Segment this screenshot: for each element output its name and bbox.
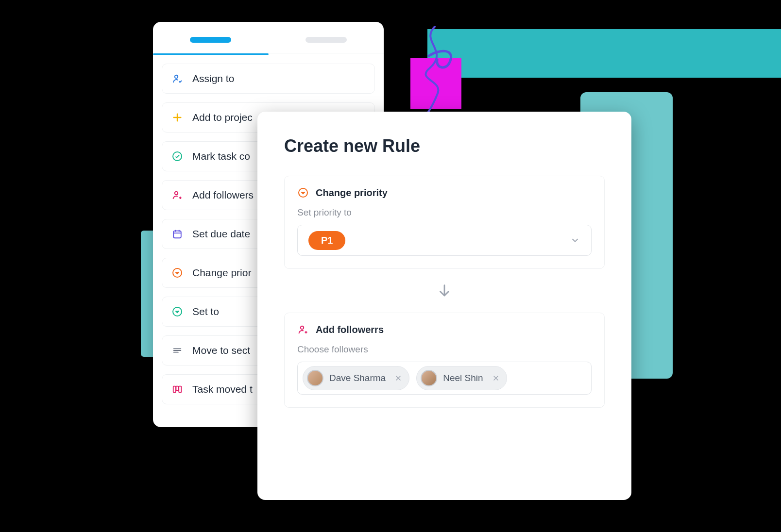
follower-chip[interactable]: Dave Sharma [303,366,409,390]
svg-rect-7 [176,386,178,391]
columns-icon [171,383,184,396]
follower-chip[interactable]: Neel Shin [416,366,507,390]
tab-underline [153,53,269,55]
rule-block-priority: Change priority Set priority to P1 [284,176,605,269]
plus-icon [171,111,184,124]
svg-rect-8 [179,386,181,393]
close-icon[interactable] [391,374,402,382]
svg-rect-3 [173,231,181,238]
action-label: Set to [192,306,219,317]
priority-down-icon [171,266,184,279]
action-label: Add to projec [192,112,253,123]
action-label: Assign to [192,73,234,84]
priority-value-pill: P1 [308,231,345,250]
priority-subtitle: Set priority to [297,207,592,218]
action-label: Move to sect [192,345,250,356]
svg-point-10 [301,326,304,329]
action-label: Mark task co [192,150,250,162]
action-label: Change prior [192,267,251,279]
user-plus-icon [171,189,184,201]
user-plus-icon [297,324,309,335]
check-circle-icon [171,150,184,163]
create-rule-panel: Create new Rule Change priority Set prio… [257,112,631,500]
svg-point-0 [175,75,178,78]
followers-input[interactable]: Dave Sharma Neel Shin [297,362,592,395]
svg-point-2 [175,192,178,195]
tab-inactive[interactable] [306,37,347,43]
followers-subtitle: Choose followers [297,344,592,355]
decoration-cyan-bar [427,29,781,78]
priority-down-icon [297,187,309,199]
user-check-icon [171,72,184,85]
lines-icon [171,344,184,357]
close-icon[interactable] [489,374,500,382]
calendar-icon [171,228,184,240]
action-label: Task moved t [192,383,253,395]
priority-select[interactable]: P1 [297,225,592,256]
actions-tabs [153,27,384,53]
action-label: Add followers [192,189,254,201]
page-title: Create new Rule [284,136,605,156]
chevron-down-icon [570,235,580,246]
tab-active[interactable] [190,37,231,43]
svg-point-1 [173,152,182,161]
arrow-down-icon [284,283,605,299]
set-to-icon [171,305,184,318]
rule-block-followers: Add followerrs Choose followers Dave Sha… [284,313,605,408]
scribble-decoration [391,22,474,119]
svg-rect-6 [173,386,176,393]
rule-block-title: Change priority [316,187,388,199]
action-assign-to[interactable]: Assign to [162,64,375,94]
chip-label: Dave Sharma [329,373,386,383]
rule-block-title: Add followerrs [316,324,384,335]
action-label: Set due date [192,228,250,240]
avatar [421,370,437,386]
chip-label: Neel Shin [443,373,483,383]
avatar [307,370,323,386]
